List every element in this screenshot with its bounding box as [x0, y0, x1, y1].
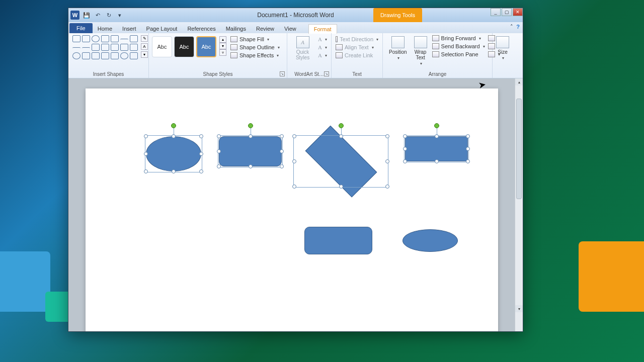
shape-ellipse[interactable]	[403, 229, 458, 252]
shapes-more-icon[interactable]: ▾	[141, 51, 148, 58]
text-outline-icon: A▾	[318, 44, 327, 50]
help-icon[interactable]: ?	[516, 24, 520, 30]
wrap-text-icon	[414, 36, 427, 48]
group-size: Size▾	[493, 33, 513, 78]
group-label: Insert Shapes	[68, 71, 148, 77]
scroll-thumb[interactable]	[516, 99, 522, 199]
size-button[interactable]: Size▾	[496, 34, 510, 60]
text-fill-icon: A▾	[318, 36, 327, 42]
selection-pane-icon	[432, 51, 439, 57]
group-text: Text Direction▾ Align Text▾ Create Link …	[332, 33, 383, 78]
gallery-down-icon[interactable]: ▾	[219, 43, 226, 49]
tab-mailings[interactable]: Mailings	[221, 24, 251, 33]
minimize-ribbon-icon[interactable]: ˄	[510, 24, 513, 30]
minimize-button[interactable]: _	[491, 8, 501, 16]
app-icon[interactable]: W	[70, 11, 79, 20]
shape-outline-button[interactable]: Shape Outline▾	[230, 44, 280, 50]
undo-icon[interactable]: ↶	[94, 11, 102, 19]
tab-file[interactable]: File	[69, 23, 93, 33]
titlebar: W 💾 ↶ ↻ ▾ Document1 - Microsoft Word Dra…	[68, 8, 523, 22]
window-title: Document1 - Microsoft Word	[257, 12, 334, 19]
text-direction-icon	[336, 36, 338, 42]
word-window: W 💾 ↶ ↻ ▾ Document1 - Microsoft Word Dra…	[68, 8, 523, 332]
group-label: Text	[332, 71, 382, 77]
style-thumb-1[interactable]: Abc	[152, 36, 172, 57]
scroll-down-icon[interactable]: ▾	[515, 305, 523, 312]
create-link-button: Create Link	[336, 52, 378, 58]
save-icon[interactable]: 💾	[83, 11, 91, 19]
close-button[interactable]: ✕	[513, 8, 523, 16]
group-arrange: Position▾ Wrap Text▾ Bring Forward▾ Send…	[383, 33, 493, 78]
group-label: Arrange	[383, 71, 492, 77]
shapes-gallery[interactable]	[71, 34, 139, 60]
shape-ellipse[interactable]	[146, 136, 201, 171]
page[interactable]	[86, 88, 498, 331]
tab-references[interactable]: References	[182, 24, 220, 33]
position-icon	[391, 36, 405, 48]
align-text-button: Align Text▾	[336, 44, 378, 50]
quick-styles-icon: A	[296, 36, 309, 48]
tab-review[interactable]: Review	[251, 24, 279, 33]
shape-rect[interactable]	[405, 136, 468, 161]
group-shape-styles: Abc Abc Abc ▴ ▾ ▿ Shape Fill▾ Shape Outl…	[149, 33, 287, 78]
shape-style-gallery[interactable]: Abc Abc Abc	[152, 34, 216, 57]
qat-customize-icon[interactable]: ▾	[116, 11, 124, 19]
selection-pane-button[interactable]: Selection Pane	[432, 51, 485, 57]
group-label: Shape Styles	[149, 71, 287, 77]
shape-effects-button[interactable]: Shape Effects▾	[230, 52, 280, 58]
ribbon-tabs: File Home Insert Page Layout References …	[68, 22, 523, 33]
dialog-launcher-icon[interactable]: ↘	[280, 71, 285, 76]
shape-roundrect[interactable]	[304, 227, 372, 254]
align-text-icon	[336, 44, 343, 50]
edit-shape-icon[interactable]: ✎	[141, 35, 148, 42]
vertical-scrollbar[interactable]: ▴ ▾	[515, 78, 523, 331]
group-wordart-styles: A Quick Styles A▾ A▾ A▾ WordArt St… ↘	[287, 33, 332, 78]
ribbon: ✎ A ▾ Insert Shapes Abc Abc Abc ▴ ▾ ▿	[68, 33, 523, 78]
shape-diamond[interactable]	[294, 136, 387, 187]
tab-view[interactable]: View	[279, 24, 301, 33]
text-effects-icon: A▾	[318, 52, 327, 58]
tab-home[interactable]: Home	[93, 24, 117, 33]
tab-page-layout[interactable]: Page Layout	[141, 24, 183, 33]
bring-forward-button[interactable]: Bring Forward▾	[432, 35, 485, 41]
pencil-icon	[230, 44, 237, 50]
scroll-up-icon[interactable]: ▴	[515, 78, 523, 85]
quick-access-toolbar: W 💾 ↶ ↻ ▾	[68, 11, 126, 20]
link-icon	[336, 52, 343, 58]
position-button[interactable]: Position▾	[386, 34, 410, 66]
style-thumb-3[interactable]: Abc	[196, 36, 216, 57]
bring-forward-icon	[432, 35, 439, 41]
wrap-text-button[interactable]: Wrap Text▾	[411, 34, 430, 66]
quick-styles-button: A Quick Styles	[290, 34, 315, 60]
style-thumb-2[interactable]: Abc	[174, 36, 194, 57]
send-backward-icon	[432, 43, 439, 49]
gallery-up-icon[interactable]: ▴	[219, 36, 226, 43]
text-direction-button: Text Direction▾	[336, 36, 378, 42]
dialog-launcher-icon[interactable]: ↘	[324, 71, 329, 76]
redo-icon[interactable]: ↻	[105, 11, 113, 19]
group-insert-shapes: ✎ A ▾ Insert Shapes	[68, 33, 149, 78]
context-tab-group: Drawing Tools	[373, 8, 422, 22]
effects-icon	[230, 52, 237, 58]
tab-format[interactable]: Format	[308, 24, 337, 34]
document-area: ▴ ▾	[68, 78, 523, 331]
shape-roundrect[interactable]	[219, 136, 282, 166]
shape-fill-button[interactable]: Shape Fill▾	[230, 36, 280, 42]
maximize-button[interactable]: ▢	[502, 8, 512, 16]
send-backward-button[interactable]: Send Backward▾	[432, 43, 485, 49]
paint-bucket-icon	[230, 36, 237, 42]
tab-insert[interactable]: Insert	[117, 24, 141, 33]
text-box-icon[interactable]: A	[141, 43, 148, 50]
gallery-more-icon[interactable]: ▿	[219, 49, 226, 56]
size-icon	[496, 36, 509, 48]
